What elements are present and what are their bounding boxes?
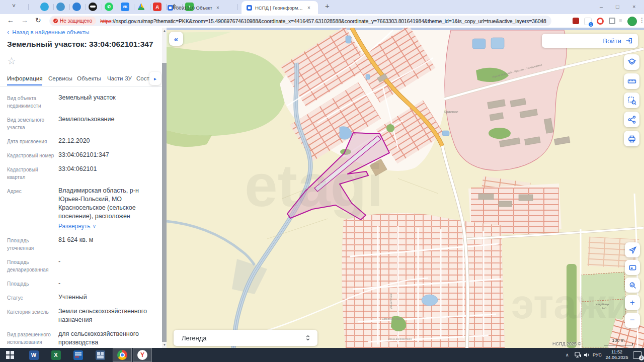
divider — [134, 4, 134, 10]
scroll-up-icon[interactable]: ▲ — [163, 29, 166, 32]
notification-center[interactable]: 2 — [633, 348, 642, 362]
telegram-icon[interactable] — [40, 3, 49, 11]
panel-tabs: Информация Сервисы Объекты Части ЗУ Сост… — [0, 74, 167, 87]
start-button[interactable] — [6, 351, 14, 359]
extension-icon-badged[interactable]: 1 — [584, 18, 592, 25]
tabs-scroll-right-button[interactable]: ▸ — [149, 72, 161, 85]
village-pond — [422, 295, 438, 306]
tab-objects[interactable]: Объекты — [77, 75, 101, 81]
scroll-down-icon[interactable]: ▼ — [163, 343, 166, 346]
reading-list-icon[interactable]: ≡ — [619, 18, 625, 24]
notification-badge: 2 — [639, 355, 644, 360]
search-on-map-button[interactable] — [625, 278, 640, 293]
network-icon[interactable] — [575, 348, 582, 362]
search-refresh-icon — [628, 281, 637, 290]
tab-parcel-parts[interactable]: Части ЗУ — [107, 75, 132, 81]
bookmark-star-icon[interactable]: ☆ — [539, 17, 545, 25]
window-maximize-button[interactable]: □ — [616, 4, 619, 10]
address-bar[interactable]: Не защищено https://nspd.gov.ru/map?them… — [49, 16, 551, 26]
share-button[interactable] — [624, 112, 639, 127]
taskbar-yandex[interactable]: Y — [133, 348, 152, 362]
new-tab-button[interactable]: + — [325, 2, 330, 10]
select-area-search-button[interactable] — [624, 93, 639, 108]
extension-icon[interactable] — [573, 18, 579, 24]
cemetery-label: Кладбище — [596, 303, 609, 306]
object-info-panel: ‹Назад в найденные объекты Земельный уча… — [0, 28, 167, 348]
vk-icon[interactable]: VK — [121, 3, 129, 11]
back-to-results-link[interactable]: ‹Назад в найденные объекты — [7, 28, 90, 36]
clock[interactable]: 11:52 24.06.2025 — [604, 348, 630, 362]
settlement-label: Красное — [444, 110, 458, 114]
printer-icon — [627, 134, 636, 143]
field-row-object-type: Вид объекта недвижимостиЗемельный участо… — [7, 94, 156, 110]
url-text: https://nspd.gov.ru/map?thematic=PKK&zoo… — [100, 18, 546, 24]
field-row-area-refined: Площадь уточненная81 624 кв. м — [7, 236, 156, 252]
scrollbar-thumb[interactable] — [162, 63, 167, 342]
window-minimize-button[interactable]: – — [600, 4, 603, 10]
attributes-list: Вид объекта недвижимостиЗемельный участо… — [7, 94, 156, 362]
legend-toggle[interactable]: Легенда — [174, 330, 317, 346]
extension-icon[interactable] — [609, 18, 615, 24]
chrome-icon — [117, 350, 127, 360]
pinned-app-icon[interactable] — [72, 3, 81, 11]
navigation-arrow-icon — [628, 246, 637, 254]
sidebar-scrollbar[interactable]: ▲ ▼ — [162, 28, 167, 348]
taskbar-word[interactable]: W — [24, 348, 43, 362]
expand-address-link[interactable]: Развернуть˅ — [58, 222, 96, 230]
browser-toolbar: ← → ↻ Не защищено https://nspd.gov.ru/ma… — [0, 14, 644, 28]
map-canvas[interactable]: etagi этажи Красное Юрьев-Польский – Кра… — [167, 28, 644, 348]
map-area[interactable]: etagi этажи Красное Юрьев-Польский – Кра… — [167, 28, 644, 348]
tab-services[interactable]: Сервисы — [48, 75, 72, 81]
browser-tab-object[interactable]: 8891310 Объект × — [164, 1, 238, 14]
tab-close-icon[interactable]: × — [307, 5, 310, 11]
tab-information[interactable]: Информация — [7, 75, 42, 85]
measure-button[interactable] — [624, 73, 639, 89]
taskbar-app-blue[interactable] — [68, 348, 88, 362]
taskbar-chrome[interactable] — [113, 348, 132, 362]
dzen-icon[interactable]: Д — [153, 3, 162, 11]
favorite-star-icon[interactable]: ☆ — [7, 55, 16, 67]
incognito-icon[interactable] — [89, 3, 97, 11]
divider — [118, 4, 118, 10]
browser-tab-nspd-active[interactable]: НСПД | Геоинформационный × — [242, 1, 318, 14]
google-drive-icon[interactable] — [137, 3, 145, 11]
panorama-button[interactable] — [625, 260, 640, 275]
sidebar-collapse-button[interactable]: « — [169, 32, 183, 46]
zoom-in-button[interactable]: + — [625, 295, 640, 310]
notification-icon: 2 — [633, 351, 642, 359]
browser-menu-icon[interactable]: ⋮ — [639, 17, 644, 24]
print-button[interactable] — [624, 131, 639, 146]
watermark-text: etagi — [245, 152, 383, 219]
field-row-cadastral-number: Кадастровый номер33:04:062101:347 — [7, 151, 156, 159]
login-button[interactable]: Войти — [542, 34, 638, 48]
layers-icon — [627, 58, 636, 67]
taskbar-excel[interactable]: X — [46, 348, 65, 362]
nspd-favicon — [247, 5, 252, 11]
zoom-out-button[interactable]: − — [625, 313, 640, 328]
window-close-button[interactable]: × — [632, 4, 635, 10]
date-label: 24.06.2025 — [605, 355, 628, 360]
reload-button[interactable]: ↻ — [35, 16, 41, 24]
security-badge[interactable]: Не защищено — [51, 17, 96, 25]
pinned-app-icon[interactable] — [56, 3, 65, 11]
taskbar-app-grid[interactable] — [91, 348, 110, 362]
divider — [237, 4, 238, 10]
login-label: Войти — [603, 37, 621, 45]
my-location-button[interactable] — [625, 242, 640, 257]
tab-search-chevron-icon[interactable]: ˅ — [12, 3, 16, 10]
forward-button[interactable]: → — [21, 16, 28, 24]
divider — [86, 4, 86, 10]
whatsapp-icon[interactable]: ✆ — [105, 3, 113, 11]
profile-avatar[interactable] — [627, 17, 637, 26]
language-indicator[interactable]: РУС — [593, 348, 602, 362]
volume-icon[interactable] — [584, 348, 590, 362]
street-label: улица Речная — [389, 293, 392, 309]
layers-button[interactable] — [624, 54, 639, 70]
back-button[interactable]: ← — [7, 16, 14, 24]
tab-close-icon[interactable]: × — [216, 5, 219, 11]
extension-icon[interactable] — [597, 18, 604, 25]
tray-expand-icon[interactable]: ∧ — [566, 348, 569, 362]
field-row-parcel-kind: Вид земельного участкаЗемлепользование — [7, 115, 156, 131]
parcel-title: Земельный участок: 33:04:062101:347 — [7, 40, 153, 49]
security-badge-label: Не защищено — [60, 18, 92, 24]
